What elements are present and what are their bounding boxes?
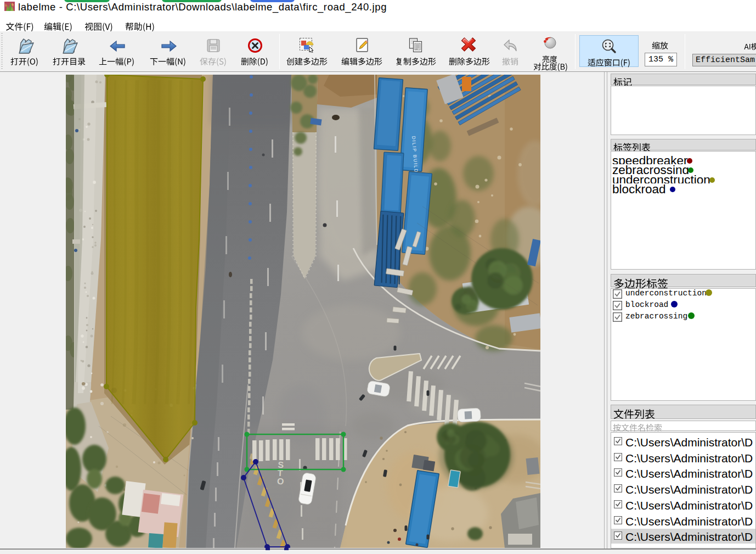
svg-text:O: O xyxy=(277,477,284,486)
